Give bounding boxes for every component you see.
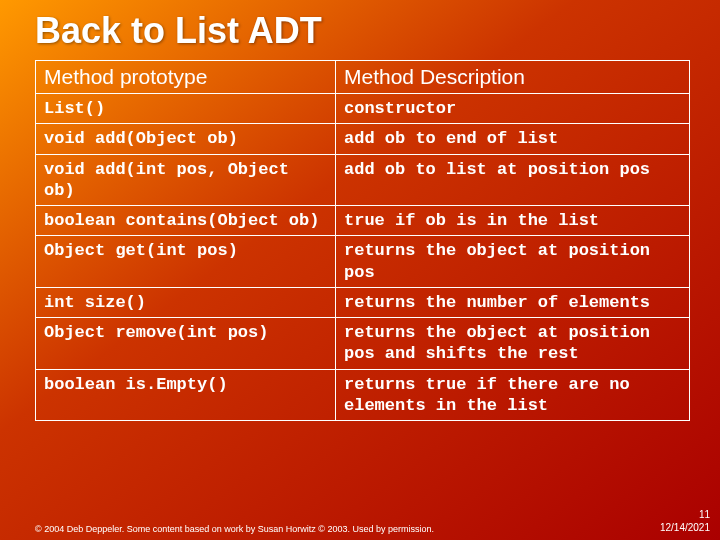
cell-proto: Object get(int pos) <box>36 236 336 288</box>
cell-proto: List() <box>36 94 336 124</box>
cell-desc: returns true if there are no elements in… <box>336 369 690 421</box>
table-row: Object get(int pos)returns the object at… <box>36 236 690 288</box>
cell-proto: void add(int pos, Object ob) <box>36 154 336 206</box>
table-row: Object remove(int pos)returns the object… <box>36 318 690 370</box>
footer-date: 12/14/2021 <box>660 522 710 533</box>
cell-desc: constructor <box>336 94 690 124</box>
footer-credit: © 2004 Deb Deppeler. Some content based … <box>35 524 434 534</box>
slide-title: Back to List ADT <box>35 10 690 52</box>
header-prototype: Method prototype <box>36 61 336 94</box>
cell-desc: returns the object at position pos <box>336 236 690 288</box>
table-row: void add(Object ob)add ob to end of list <box>36 124 690 154</box>
table-row: boolean contains(Object ob)true if ob is… <box>36 206 690 236</box>
cell-desc: returns the number of elements <box>336 287 690 317</box>
cell-proto: void add(Object ob) <box>36 124 336 154</box>
cell-proto: Object remove(int pos) <box>36 318 336 370</box>
table-row: boolean is.Empty()returns true if there … <box>36 369 690 421</box>
cell-proto: boolean is.Empty() <box>36 369 336 421</box>
cell-proto: boolean contains(Object ob) <box>36 206 336 236</box>
table-header-row: Method prototype Method Description <box>36 61 690 94</box>
footer: © 2004 Deb Deppeler. Some content based … <box>35 508 710 534</box>
header-description: Method Description <box>336 61 690 94</box>
cell-desc: returns the object at position pos and s… <box>336 318 690 370</box>
cell-proto: int size() <box>36 287 336 317</box>
table-row: int size()returns the number of elements <box>36 287 690 317</box>
cell-desc: add ob to list at position pos <box>336 154 690 206</box>
cell-desc: add ob to end of list <box>336 124 690 154</box>
cell-desc: true if ob is in the list <box>336 206 690 236</box>
table-row: void add(int pos, Object ob)add ob to li… <box>36 154 690 206</box>
table-row: List()constructor <box>36 94 690 124</box>
methods-table: Method prototype Method Description List… <box>35 60 690 421</box>
footer-page: 11 <box>699 509 710 520</box>
